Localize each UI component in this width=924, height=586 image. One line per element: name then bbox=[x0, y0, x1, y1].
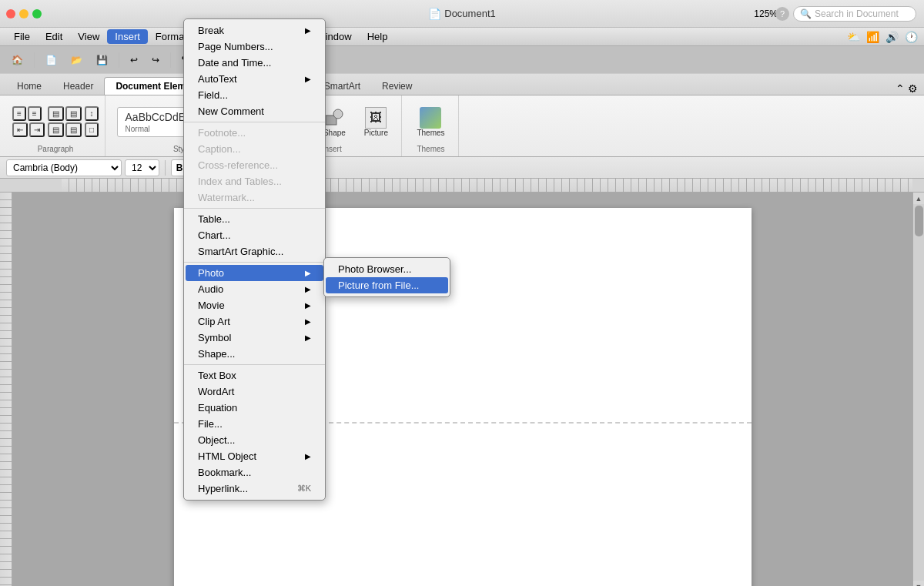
save-button[interactable]: 💾 bbox=[91, 52, 113, 68]
title-bar: 📄 Document1 125% ▾ ? 🔍 Search in Documen… bbox=[0, 0, 924, 28]
toolbar-separator-2 bbox=[119, 52, 119, 68]
symbol-arrow: ▶ bbox=[305, 333, 311, 342]
new-button[interactable]: 📄 bbox=[40, 52, 62, 68]
menu-item-equation[interactable]: Equation bbox=[186, 400, 323, 416]
window-controls bbox=[6, 9, 42, 18]
list-number-button[interactable]: ≡ bbox=[28, 106, 42, 121]
toolbar: 🏠 📄 📂 💾 ↩ ↪ ¶ 125% ? bbox=[0, 46, 924, 74]
vertical-scrollbar[interactable]: ▲ ▼ bbox=[912, 193, 924, 586]
borders-button[interactable]: □ bbox=[85, 122, 99, 137]
ribbon-settings-button[interactable]: ⚙ bbox=[908, 82, 918, 95]
svg-point-1 bbox=[333, 109, 343, 119]
themes-icon bbox=[420, 107, 441, 129]
scroll-track[interactable] bbox=[913, 204, 924, 581]
menu-item-date-time[interactable]: Date and Time... bbox=[186, 55, 323, 71]
search-document-box[interactable]: 🔍 Search in Document bbox=[793, 6, 916, 22]
document-area[interactable] bbox=[12, 193, 912, 586]
tab-header[interactable]: Header bbox=[52, 78, 104, 95]
paragraph-controls: ≡ ≡ ⇤ ⇥ ▤ ▤ ▤ ▤ bbox=[12, 99, 99, 145]
scroll-down-button[interactable]: ▼ bbox=[913, 581, 925, 586]
menu-item-file[interactable]: File... bbox=[186, 416, 323, 432]
tab-home[interactable]: Home bbox=[6, 78, 52, 95]
submenu-item-photo-browser[interactable]: Photo Browser... bbox=[326, 261, 448, 277]
scroll-thumb[interactable] bbox=[915, 206, 923, 236]
submenu-item-picture-from-file[interactable]: Picture from File... bbox=[326, 277, 448, 293]
menu-item-symbol[interactable]: Symbol ▶ bbox=[186, 330, 323, 346]
photo-submenu[interactable]: Photo Browser... Picture from File... bbox=[323, 257, 450, 297]
ribbon-group-paragraph: ≡ ≡ ⇤ ⇥ ▤ ▤ ▤ ▤ bbox=[6, 95, 105, 156]
menu-edit[interactable]: Edit bbox=[38, 29, 70, 44]
menu-item-hyperlink[interactable]: Hyperlink... ⌘K bbox=[186, 481, 323, 497]
menu-item-text-box[interactable]: Text Box bbox=[186, 367, 323, 383]
menu-item-index-tables: Index and Tables... bbox=[186, 173, 323, 189]
menu-bar: File Edit View Insert Format Font Tools … bbox=[0, 28, 924, 46]
align-left-button[interactable]: ▤ bbox=[48, 106, 64, 121]
menu-item-field[interactable]: Field... bbox=[186, 87, 323, 103]
volume-icon: 🔊 bbox=[886, 31, 899, 43]
menu-item-wordart[interactable]: WordArt bbox=[186, 383, 323, 400]
menu-insert[interactable]: Insert bbox=[107, 29, 148, 44]
indent-decrease-button[interactable]: ⇤ bbox=[12, 122, 28, 137]
insert-dropdown-menu[interactable]: Break ▶ Page Numbers... Date and Time...… bbox=[183, 18, 326, 501]
paragraph-group-label: Paragraph bbox=[38, 145, 74, 153]
autotext-arrow: ▶ bbox=[305, 75, 311, 83]
themes-label: Themes bbox=[417, 129, 444, 137]
menu-item-object[interactable]: Object... bbox=[186, 432, 323, 448]
indent-increase-button[interactable]: ⇥ bbox=[29, 122, 45, 137]
menu-item-smartart-graphic[interactable]: SmartArt Graphic... bbox=[186, 243, 323, 260]
left-ruler bbox=[0, 193, 12, 586]
menu-item-break[interactable]: Break ▶ bbox=[186, 22, 323, 39]
menu-item-watermark: Watermark... bbox=[186, 189, 323, 206]
menu-item-footnote: Footnote... bbox=[186, 125, 323, 141]
menu-divider-2 bbox=[184, 208, 325, 209]
align-right-button[interactable]: ▤ bbox=[48, 122, 64, 137]
format-sep-1 bbox=[165, 160, 166, 176]
list-bullet-button[interactable]: ≡ bbox=[12, 106, 26, 121]
menu-item-movie[interactable]: Movie ▶ bbox=[186, 297, 323, 313]
close-button[interactable] bbox=[6, 9, 15, 18]
picture-label: Picture bbox=[364, 129, 388, 137]
line-spacing-button[interactable]: ↕ bbox=[85, 106, 99, 121]
open-button[interactable]: 📂 bbox=[65, 52, 88, 68]
menu-item-shape[interactable]: Shape... bbox=[186, 346, 323, 362]
menu-item-cross-reference: Cross-reference... bbox=[186, 157, 323, 173]
themes-button[interactable]: Themes bbox=[410, 103, 451, 141]
menu-item-html-object[interactable]: HTML Object ▶ bbox=[186, 448, 323, 464]
menu-item-bookmark[interactable]: Bookmark... bbox=[186, 464, 323, 481]
picture-button[interactable]: 🖼 Picture bbox=[357, 103, 395, 141]
menu-item-table[interactable]: Table... bbox=[186, 211, 323, 227]
menu-item-audio[interactable]: Audio ▶ bbox=[186, 281, 323, 297]
minimize-button[interactable] bbox=[19, 9, 28, 18]
undo-button[interactable]: ↩ bbox=[125, 52, 143, 68]
menu-file[interactable]: File bbox=[6, 29, 38, 44]
redo-button[interactable]: ↪ bbox=[146, 52, 165, 68]
menu-item-autotext[interactable]: AutoText ▶ bbox=[186, 71, 323, 87]
menu-item-clip-art[interactable]: Clip Art ▶ bbox=[186, 313, 323, 330]
font-family-select[interactable]: Cambria (Body) bbox=[6, 159, 122, 176]
menu-item-photo[interactable]: Photo ▶ bbox=[186, 265, 323, 281]
align-center-button[interactable]: ▤ bbox=[65, 106, 82, 121]
menu-item-page-numbers[interactable]: Page Numbers... bbox=[186, 39, 323, 55]
picture-icon: 🖼 bbox=[365, 107, 387, 129]
scroll-up-button[interactable]: ▲ bbox=[913, 193, 925, 204]
menu-help[interactable]: Help bbox=[360, 29, 396, 44]
help-button[interactable]: ? bbox=[775, 7, 789, 21]
menu-divider-3 bbox=[184, 262, 325, 263]
ribbon-collapse-button[interactable]: ⌃ bbox=[896, 82, 905, 95]
home-button[interactable]: 🏠 bbox=[6, 52, 28, 68]
format-bar: Cambria (Body) 12 B I U S̶ A bbox=[0, 157, 924, 179]
menu-item-chart[interactable]: Chart... bbox=[186, 227, 323, 243]
main-area: ▲ ▼ bbox=[0, 193, 924, 586]
menu-divider-1 bbox=[184, 122, 325, 122]
search-placeholder: Search in Document bbox=[815, 8, 899, 19]
tab-review[interactable]: Review bbox=[371, 78, 423, 95]
doc-title-icon: 📄 bbox=[428, 8, 441, 20]
menu-right-icons: ⛅ 📶 🔊 🕐 bbox=[847, 31, 918, 43]
photo-arrow: ▶ bbox=[305, 269, 311, 277]
font-size-select[interactable]: 12 bbox=[125, 159, 159, 176]
maximize-button[interactable] bbox=[32, 9, 42, 18]
ribbon-tab-bar: Home Header Document Elements Tables Cha… bbox=[0, 74, 924, 95]
justify-button[interactable]: ▤ bbox=[65, 122, 82, 137]
menu-view[interactable]: View bbox=[70, 29, 107, 44]
menu-item-new-comment[interactable]: New Comment bbox=[186, 103, 323, 119]
